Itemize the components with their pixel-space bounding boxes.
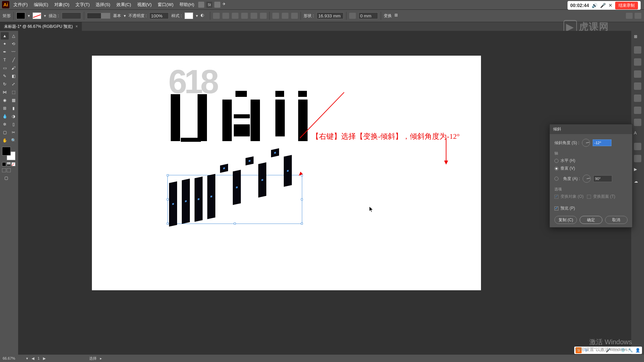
- fill-swatch[interactable]: [16, 12, 25, 19]
- paintbrush-tool[interactable]: 🖌: [9, 64, 17, 72]
- shape-width-input[interactable]: [317, 12, 343, 19]
- opacity-input[interactable]: [149, 12, 169, 19]
- corner-radius-input[interactable]: [359, 12, 378, 19]
- preview-checkbox[interactable]: 预览 (P): [554, 205, 628, 211]
- profile-dropdown[interactable]: ▾: [124, 13, 126, 18]
- selection-tool[interactable]: ▲: [1, 32, 9, 40]
- curvature-tool[interactable]: 〰: [9, 48, 17, 56]
- menu-window[interactable]: 窗口(W): [156, 2, 175, 8]
- brushes-panel-icon[interactable]: [634, 70, 641, 78]
- align-vcenter-icon[interactable]: [251, 13, 257, 19]
- menu-view[interactable]: 视图(V): [135, 2, 154, 8]
- zoom-tool[interactable]: 🔍: [9, 137, 17, 144]
- hand-tool[interactable]: ✋: [1, 137, 9, 144]
- lasso-tool[interactable]: ⟲: [9, 40, 17, 48]
- graphic-styles-panel-icon[interactable]: [634, 143, 641, 150]
- asset-export-panel-icon[interactable]: ▶: [634, 167, 641, 174]
- shape-builder-tool[interactable]: ◉: [1, 97, 9, 104]
- copy-button[interactable]: 复制 (C): [554, 216, 577, 224]
- rotate-tool[interactable]: ↻: [1, 80, 9, 88]
- align-left-icon[interactable]: [213, 13, 220, 19]
- align-right-icon[interactable]: [232, 13, 238, 19]
- stroke-dropdown[interactable]: ▾: [44, 13, 46, 18]
- status-menu-icon[interactable]: ▸: [100, 356, 102, 361]
- menu-select[interactable]: 选择(S): [94, 2, 112, 8]
- axis-horizontal-radio[interactable]: 水平 (H): [554, 158, 628, 164]
- shear-angle-input[interactable]: [593, 139, 611, 146]
- appearance-panel-icon[interactable]: A: [634, 131, 641, 138]
- pen-tool[interactable]: ✒: [1, 48, 9, 56]
- menu-object[interactable]: 对象(O): [52, 2, 71, 8]
- brush-definition[interactable]: [87, 13, 110, 19]
- transparency-panel-icon[interactable]: [634, 119, 641, 126]
- axis-angle-dial[interactable]: [583, 175, 591, 183]
- bridge-icon[interactable]: [198, 2, 204, 8]
- gpu-icon[interactable]: ✈: [222, 2, 228, 8]
- draw-behind[interactable]: [7, 168, 11, 172]
- align-bottom-icon[interactable]: [260, 13, 267, 19]
- symbol-sprayer-tool[interactable]: ✲: [1, 121, 9, 128]
- panel-menu-icon[interactable]: [635, 13, 641, 19]
- direct-selection-tool[interactable]: △: [9, 32, 17, 40]
- document-tab[interactable]: 未标题-1* @ 66.67% (RGB/GPU 预览) ×: [0, 22, 82, 31]
- stroke-swatch[interactable]: [33, 12, 41, 19]
- stock-icon[interactable]: St: [206, 2, 212, 8]
- menu-edit[interactable]: 编辑(E): [32, 2, 50, 8]
- line-tool[interactable]: ╱: [9, 56, 17, 64]
- swap-icon[interactable]: ▾: [28, 13, 30, 18]
- mesh-tool[interactable]: ⊞: [1, 105, 9, 112]
- tab-close-icon[interactable]: ×: [75, 24, 78, 29]
- color-panel-icon[interactable]: [634, 46, 641, 54]
- axis-vertical-radio[interactable]: 垂直 (V): [554, 166, 628, 171]
- fill-color[interactable]: [2, 147, 11, 156]
- align-top-icon[interactable]: [241, 13, 248, 19]
- transform-label[interactable]: 变换: [384, 13, 392, 19]
- free-transform-tool[interactable]: ⬚: [9, 88, 17, 96]
- style-swatch[interactable]: [184, 12, 193, 19]
- angle-dial[interactable]: [582, 139, 590, 147]
- recolor-icon[interactable]: ◐: [201, 13, 207, 19]
- menu-effect[interactable]: 效果(C): [114, 2, 133, 8]
- ime-user-icon[interactable]: 👤: [635, 347, 641, 353]
- properties-panel-icon[interactable]: ⊞: [634, 34, 641, 42]
- draw-normal[interactable]: [2, 168, 6, 172]
- stroke-weight-input[interactable]: [62, 12, 81, 19]
- shaper-tool[interactable]: ✎: [1, 72, 9, 80]
- stop-recording-button[interactable]: 结束录制: [615, 2, 638, 9]
- gradient-panel-icon[interactable]: [634, 107, 641, 114]
- layers-panel-icon[interactable]: [634, 155, 641, 162]
- distribute-space-icon[interactable]: [291, 13, 298, 19]
- symbols-panel-icon[interactable]: [634, 82, 641, 90]
- menu-type[interactable]: 文字(T): [73, 2, 92, 8]
- scale-tool[interactable]: ⤢: [9, 80, 17, 88]
- artboard-number[interactable]: 1: [38, 356, 40, 360]
- axis-angle-radio[interactable]: [554, 177, 558, 181]
- zoom-level[interactable]: 66.67%: [3, 356, 23, 360]
- pause-icon[interactable]: ✕: [608, 3, 612, 8]
- align-hcenter-icon[interactable]: [222, 13, 229, 19]
- menu-file[interactable]: 文件(F): [11, 2, 30, 8]
- transform-panel-icon[interactable]: ⊞: [394, 13, 401, 19]
- gradient-tool[interactable]: ▮: [9, 105, 17, 112]
- cancel-button[interactable]: 取消: [605, 216, 628, 224]
- distribute-v-icon[interactable]: [282, 13, 288, 19]
- corner-link-icon[interactable]: [349, 13, 356, 19]
- magic-wand-tool[interactable]: ✦: [1, 40, 9, 48]
- perspective-tool[interactable]: ▦: [9, 97, 17, 104]
- eyedropper-tool[interactable]: 💧: [1, 113, 9, 120]
- artboard-nav-prev-icon[interactable]: ◀: [32, 356, 34, 361]
- swatches-panel-icon[interactable]: [634, 58, 641, 66]
- style-dropdown[interactable]: ▾: [196, 13, 198, 18]
- arrange-icon[interactable]: [214, 2, 220, 8]
- volume-icon[interactable]: 🔊: [592, 3, 597, 8]
- canvas[interactable]: 618: [18, 31, 631, 355]
- zoom-dropdown-icon[interactable]: ▾: [26, 356, 28, 361]
- blend-tool[interactable]: ◑: [9, 113, 17, 120]
- slice-tool[interactable]: ✂: [9, 129, 17, 136]
- isolate-icon[interactable]: [626, 13, 633, 19]
- stroke-panel-icon[interactable]: [634, 95, 641, 102]
- menu-help[interactable]: 帮助(H): [177, 2, 196, 8]
- color-mode-gradient[interactable]: [7, 162, 11, 166]
- artboard-tool[interactable]: ▢: [1, 129, 9, 136]
- graph-tool[interactable]: ▯: [9, 121, 17, 128]
